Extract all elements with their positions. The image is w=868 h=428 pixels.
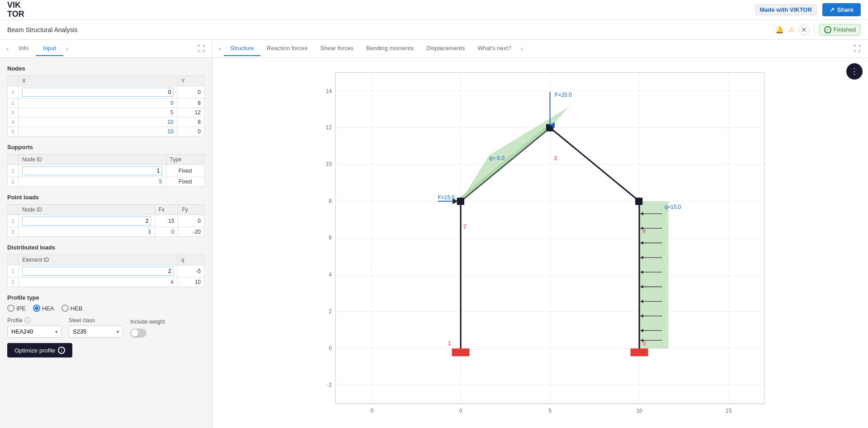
nodes-section: Nodes X Y 1 0: [7, 65, 205, 136]
structure-chart: -2 0 2 4 6 8 10 12 14 -5 0 5 10 15: [212, 58, 868, 428]
include-weight-field: Include weight: [130, 319, 165, 338]
nodes-col-x: X: [19, 76, 178, 86]
close-button[interactable]: ✕: [799, 24, 810, 35]
share-button[interactable]: ↗ Share: [822, 3, 861, 16]
include-weight-toggle[interactable]: [130, 329, 146, 338]
toggle-knob: [131, 329, 138, 337]
node1-y: 0: [177, 86, 204, 99]
steel-class-select[interactable]: S235 S275 S355: [69, 325, 123, 338]
bell-button[interactable]: 🔔: [775, 26, 784, 34]
steel-class-field: Steel class S235 S275 S355: [69, 317, 123, 338]
profile-type-radio-group: IPE HEA HEB: [7, 305, 205, 312]
tab-structure[interactable]: Structure: [224, 41, 260, 56]
appbar-right: 🔔 ⚠ ✕ ✓ Finished: [775, 24, 861, 36]
supports-title: Supports: [7, 144, 205, 151]
radio-hea[interactable]: HEA: [33, 305, 54, 312]
tab-reaction-forces[interactable]: Reaction forces: [260, 41, 314, 56]
pl-col-nodeid: Node ID: [19, 205, 155, 215]
row-num: 2: [8, 177, 19, 187]
left-fullscreen-button[interactable]: ⛶: [194, 43, 208, 55]
table-row: 2 0 8: [8, 99, 205, 108]
tab-bending-moments[interactable]: Bending moments: [360, 41, 420, 56]
radio-heb[interactable]: HEB: [61, 305, 83, 312]
dl1-q: -5: [177, 265, 204, 277]
svg-text:q=-5.0: q=-5.0: [489, 155, 505, 161]
svg-rect-53: [635, 198, 642, 205]
radio-hea-circle: [33, 305, 40, 312]
steel-class-select-wrapper: S235 S275 S355: [69, 325, 123, 338]
three-dot-menu-button[interactable]: ⋮: [846, 63, 863, 80]
left-tab-next[interactable]: ›: [63, 43, 71, 55]
include-weight-label: Include weight: [130, 319, 165, 325]
row-num: 1: [8, 215, 19, 227]
supports-table: Node ID Type 1 Fixed 2 5 Fi: [7, 154, 205, 187]
svg-text:2: 2: [329, 308, 332, 315]
svg-text:5: 5: [548, 408, 552, 414]
svg-text:14: 14: [326, 88, 332, 94]
support1-node-input[interactable]: [22, 166, 162, 175]
pl1-fx: 15: [155, 215, 178, 227]
nodes-table: X Y 1 0 2 0 8: [7, 75, 205, 136]
node4-y: 8: [177, 118, 204, 127]
tab-displacements[interactable]: Displacements: [420, 41, 471, 56]
node2-x: 0: [19, 99, 178, 108]
row-num: 1: [8, 86, 19, 99]
radio-ipe[interactable]: IPE: [7, 305, 26, 312]
dl-col-q: q: [177, 255, 204, 265]
optimize-icon: i: [58, 347, 65, 354]
support1-node-input-cell[interactable]: [19, 165, 166, 177]
svg-text:3: 3: [554, 155, 557, 161]
share-icon: ↗: [830, 6, 835, 13]
made-with-viktor-badge: Made with VIKTOR: [755, 4, 817, 15]
row-num: 2: [8, 277, 19, 287]
right-tab-prev[interactable]: ‹: [216, 43, 224, 55]
app-title: Beam Structural Analysis: [7, 26, 78, 33]
profile-label: Profile i: [7, 317, 61, 324]
tab-shear-forces[interactable]: Shear forces: [314, 41, 360, 56]
tab-whats-next[interactable]: What's next?: [471, 41, 518, 56]
pl1-node-input-cell[interactable]: [19, 215, 155, 227]
chart-area: -2 0 2 4 6 8 10 12 14 -5 0 5 10 15: [212, 58, 868, 428]
svg-text:F=15.0: F=15.0: [438, 194, 455, 201]
table-row: 2 4 10: [8, 277, 205, 287]
tab-info[interactable]: Info: [11, 41, 36, 56]
left-tab-prev[interactable]: ‹: [4, 43, 11, 55]
svg-text:15: 15: [726, 408, 732, 414]
table-row: 1 0: [8, 86, 205, 99]
pl2-node: 3: [19, 227, 155, 237]
row-num: 1: [8, 165, 19, 177]
right-tab-next[interactable]: ›: [518, 43, 525, 55]
finished-badge: ✓ Finished: [819, 24, 861, 36]
optimize-button[interactable]: Optimize profile i: [7, 343, 72, 357]
profile-select[interactable]: HEA240 HEA200 HEA280 HEA300: [7, 325, 61, 338]
dl-col-elementid: Element ID: [19, 255, 178, 265]
dl2-q: 10: [177, 277, 204, 287]
right-fullscreen-button[interactable]: ⛶: [850, 43, 864, 55]
svg-text:10: 10: [636, 408, 642, 414]
form-row-profile: Profile i HEA240 HEA200 HEA280 HEA300 St…: [7, 317, 205, 338]
svg-text:10: 10: [326, 161, 332, 167]
node1-x-input[interactable]: [22, 88, 174, 97]
logo-area: VIKTOR: [7, 1, 24, 19]
support1-type: Fixed: [166, 165, 205, 177]
profile-type-title: Profile type: [7, 294, 205, 301]
dl1-element-input[interactable]: [22, 267, 174, 276]
topbar: VIKTOR Made with VIKTOR ↗ Share: [0, 0, 868, 20]
row-num: 2: [8, 227, 19, 237]
pl2-fx: 0: [155, 227, 178, 237]
left-content: Nodes X Y 1 0: [0, 58, 212, 428]
svg-text:F=20.0: F=20.0: [555, 92, 572, 98]
warning-button[interactable]: ⚠: [788, 26, 794, 34]
svg-rect-50: [631, 348, 648, 356]
finished-label: Finished: [834, 26, 856, 33]
node3-y: 12: [177, 108, 204, 118]
dl1-element-input-cell[interactable]: [19, 265, 178, 277]
pl1-node-input[interactable]: [22, 216, 151, 226]
svg-text:-5: -5: [369, 408, 374, 414]
svg-text:0: 0: [459, 408, 462, 414]
support2-node: 5: [19, 177, 166, 187]
node-x-input-cell[interactable]: [19, 86, 178, 99]
radio-ipe-circle: [7, 305, 14, 312]
radio-heb-circle: [61, 305, 69, 312]
tab-input[interactable]: Input: [36, 41, 63, 56]
